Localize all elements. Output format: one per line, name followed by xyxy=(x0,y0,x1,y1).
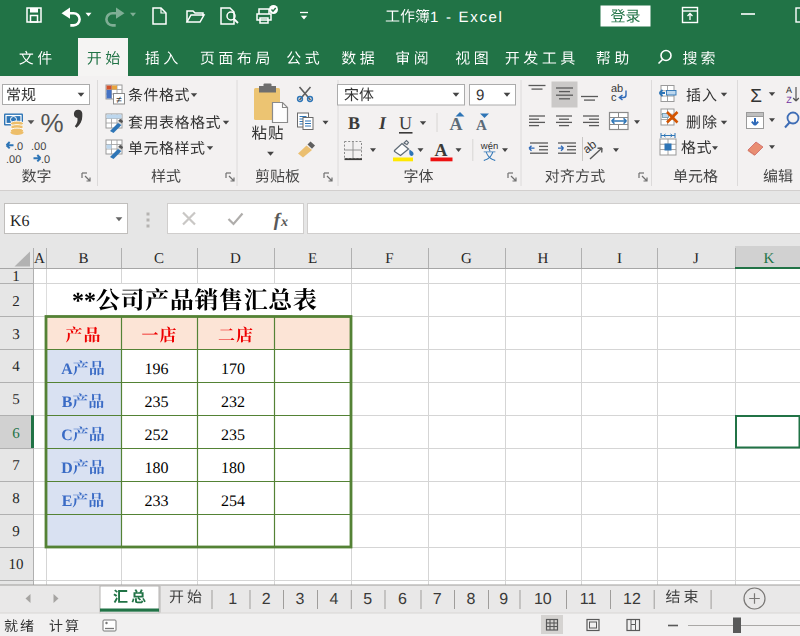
svg-text:12: 12 xyxy=(623,591,641,608)
svg-text:B: B xyxy=(78,251,88,267)
svg-text:A: A xyxy=(450,114,463,134)
svg-text:U: U xyxy=(399,113,412,133)
svg-text:Σ: Σ xyxy=(750,86,762,107)
svg-text:6: 6 xyxy=(12,426,20,442)
svg-text:F: F xyxy=(385,251,393,267)
svg-text:.0: .0 xyxy=(41,154,50,166)
svg-text:I: I xyxy=(378,113,387,133)
svg-text:A: A xyxy=(34,251,45,267)
svg-text:4: 4 xyxy=(329,591,338,608)
svg-text:K: K xyxy=(764,251,775,267)
svg-text:.00: .00 xyxy=(31,141,46,153)
svg-text:A: A xyxy=(435,140,448,160)
svg-text:.0: .0 xyxy=(14,141,23,153)
svg-text:≠: ≠ xyxy=(116,95,122,106)
svg-text:J: J xyxy=(693,251,699,267)
svg-text:9: 9 xyxy=(499,591,508,608)
svg-text:.00: .00 xyxy=(6,154,21,166)
svg-text:Z: Z xyxy=(786,95,792,105)
svg-text:H: H xyxy=(538,251,549,267)
svg-text:235: 235 xyxy=(145,394,169,411)
svg-text:2: 2 xyxy=(262,591,271,608)
svg-text:170: 170 xyxy=(221,361,245,378)
svg-text:235: 235 xyxy=(221,427,245,444)
svg-text:1: 1 xyxy=(228,591,237,608)
svg-text:c: c xyxy=(611,92,617,104)
svg-text:6: 6 xyxy=(398,591,407,608)
svg-text:233: 233 xyxy=(145,493,169,510)
svg-text:1: 1 xyxy=(12,269,20,285)
svg-text:I: I xyxy=(617,251,622,267)
svg-text:254: 254 xyxy=(221,493,245,510)
svg-text:A: A xyxy=(786,85,792,95)
svg-text:E: E xyxy=(308,251,317,267)
svg-text:10: 10 xyxy=(534,591,552,608)
svg-text:7: 7 xyxy=(12,458,20,474)
svg-text:196: 196 xyxy=(145,361,169,378)
svg-text:A: A xyxy=(476,118,487,134)
svg-text:G: G xyxy=(461,251,472,267)
svg-text:252: 252 xyxy=(145,427,169,444)
svg-text:9: 9 xyxy=(476,87,484,104)
svg-text:8: 8 xyxy=(12,491,20,507)
svg-text:232: 232 xyxy=(221,394,245,411)
svg-text:7: 7 xyxy=(433,591,442,608)
svg-text:180: 180 xyxy=(145,460,169,477)
svg-text:180: 180 xyxy=(221,460,245,477)
svg-text:8: 8 xyxy=(467,591,476,608)
svg-text:11: 11 xyxy=(580,591,597,608)
svg-text:%: % xyxy=(40,108,63,138)
svg-text:3: 3 xyxy=(296,591,305,608)
svg-text:5: 5 xyxy=(12,392,20,408)
svg-text:10: 10 xyxy=(9,557,24,573)
svg-text:C: C xyxy=(154,251,164,267)
svg-text:x: x xyxy=(280,215,288,230)
svg-text:5: 5 xyxy=(363,591,372,608)
svg-text:2: 2 xyxy=(12,294,20,310)
svg-text:3: 3 xyxy=(12,327,20,343)
svg-text:D: D xyxy=(230,251,241,267)
svg-text:1 - Excel: 1 - Excel xyxy=(430,9,504,26)
svg-text:B: B xyxy=(348,113,360,133)
svg-text:4: 4 xyxy=(12,359,20,375)
svg-text:9: 9 xyxy=(12,524,20,540)
svg-text:K6: K6 xyxy=(10,213,30,230)
